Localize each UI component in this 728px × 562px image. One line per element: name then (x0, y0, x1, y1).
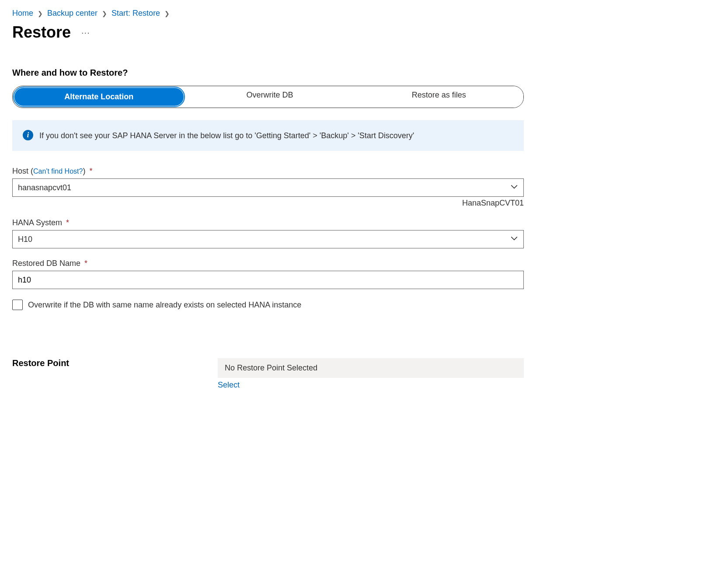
breadcrumb-backup-center[interactable]: Backup center (47, 9, 98, 18)
tab-restore-as-files[interactable]: Restore as files (354, 86, 523, 108)
info-banner: i If you don't see your SAP HANA Server … (12, 120, 524, 151)
hana-system-label: HANA System * (12, 218, 716, 227)
hana-system-dropdown[interactable]: H10 (12, 230, 524, 248)
host-label-text: Host (12, 167, 28, 175)
more-menu-icon[interactable]: ··· (81, 28, 90, 38)
breadcrumb: Home ❯ Backup center ❯ Start: Restore ❯ (12, 9, 716, 18)
restore-mode-tabs: Alternate Location Overwrite DB Restore … (12, 86, 524, 108)
chevron-down-icon (510, 183, 518, 192)
restored-db-label-text: Restored DB Name (12, 259, 80, 268)
tab-overwrite-db[interactable]: Overwrite DB (185, 86, 355, 108)
required-indicator: * (66, 218, 69, 227)
breadcrumb-home[interactable]: Home (12, 9, 33, 18)
restored-db-label: Restored DB Name * (12, 259, 716, 268)
page-title-row: Restore ··· (12, 23, 716, 42)
hana-system-field-group: HANA System * H10 (12, 218, 716, 248)
chevron-right-icon: ❯ (164, 10, 170, 17)
overwrite-checkbox-row: Overwrite if the DB with same name alrea… (12, 300, 716, 310)
chevron-right-icon: ❯ (102, 10, 107, 17)
host-label: Host (Can't find Host?) * (12, 167, 716, 176)
restore-point-section: Restore Point No Restore Point Selected … (12, 358, 716, 390)
host-resolved-name: HanaSnapCVT01 (12, 199, 524, 208)
restored-db-input[interactable] (12, 271, 524, 289)
tab-alternate-location[interactable]: Alternate Location (14, 87, 184, 106)
hana-system-label-text: HANA System (12, 218, 62, 227)
breadcrumb-start-restore[interactable]: Start: Restore (111, 9, 160, 18)
host-hint-suffix: ) (83, 167, 85, 175)
restore-point-select-link[interactable]: Select (218, 380, 240, 389)
overwrite-checkbox-label: Overwrite if the DB with same name alrea… (28, 300, 301, 310)
host-dropdown-value: hanasnapcvt01 (18, 183, 71, 192)
info-banner-text: If you don't see your SAP HANA Server in… (39, 130, 414, 141)
host-field-group: Host (Can't find Host?) * hanasnapcvt01 … (12, 167, 716, 208)
cant-find-host-link[interactable]: Can't find Host? (33, 168, 83, 175)
overwrite-checkbox[interactable] (12, 300, 23, 310)
required-indicator: * (89, 167, 92, 175)
required-indicator: * (84, 259, 87, 268)
chevron-down-icon (510, 234, 518, 244)
restored-db-field-group: Restored DB Name * (12, 259, 716, 289)
page-title: Restore (12, 23, 71, 42)
hana-system-dropdown-value: H10 (18, 235, 32, 244)
info-icon: i (23, 130, 33, 140)
chevron-right-icon: ❯ (38, 10, 43, 17)
section-heading: Where and how to Restore? (12, 68, 716, 78)
restore-point-status: No Restore Point Selected (218, 358, 524, 378)
restore-point-label: Restore Point (12, 358, 218, 368)
host-dropdown[interactable]: hanasnapcvt01 (12, 178, 524, 197)
